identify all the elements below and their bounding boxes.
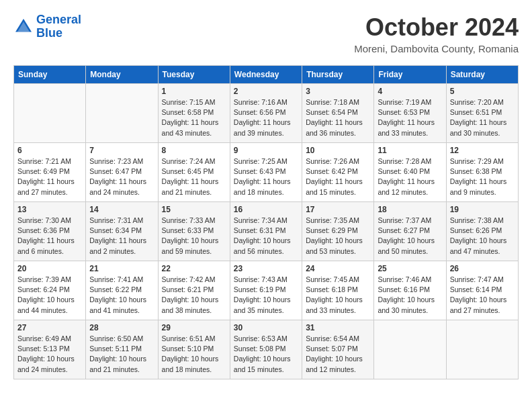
calendar-cell: 28Sunrise: 6:50 AM Sunset: 5:11 PM Dayli… xyxy=(86,320,158,379)
calendar-cell: 11Sunrise: 7:28 AM Sunset: 6:40 PM Dayli… xyxy=(374,143,446,202)
calendar-cell: 6Sunrise: 7:21 AM Sunset: 6:49 PM Daylig… xyxy=(14,143,86,202)
calendar-cell: 9Sunrise: 7:25 AM Sunset: 6:43 PM Daylig… xyxy=(230,143,302,202)
day-info: Sunrise: 7:46 AM Sunset: 6:16 PM Dayligh… xyxy=(378,275,442,316)
calendar-cell: 19Sunrise: 7:38 AM Sunset: 6:26 PM Dayli… xyxy=(446,202,518,261)
calendar-table: SundayMondayTuesdayWednesdayThursdayFrid… xyxy=(13,65,519,379)
calendar-cell: 7Sunrise: 7:23 AM Sunset: 6:47 PM Daylig… xyxy=(86,143,158,202)
day-info: Sunrise: 7:23 AM Sunset: 6:47 PM Dayligh… xyxy=(89,156,154,197)
logo-text: General Blue xyxy=(36,13,81,40)
day-number: 21 xyxy=(89,264,154,273)
day-number: 28 xyxy=(89,323,154,332)
day-info: Sunrise: 6:49 AM Sunset: 5:13 PM Dayligh… xyxy=(17,334,82,375)
column-header-tuesday: Tuesday xyxy=(158,66,230,84)
calendar-cell: 26Sunrise: 7:47 AM Sunset: 6:14 PM Dayli… xyxy=(446,261,518,320)
day-number: 7 xyxy=(89,146,154,155)
column-header-sunday: Sunday xyxy=(14,66,86,84)
logo-icon xyxy=(13,17,34,37)
calendar-cell: 27Sunrise: 6:49 AM Sunset: 5:13 PM Dayli… xyxy=(14,320,86,379)
day-number: 12 xyxy=(450,146,515,155)
calendar-cell: 24Sunrise: 7:45 AM Sunset: 6:18 PM Dayli… xyxy=(302,261,374,320)
calendar-cell: 23Sunrise: 7:43 AM Sunset: 6:19 PM Dayli… xyxy=(230,261,302,320)
calendar-cell: 5Sunrise: 7:20 AM Sunset: 6:51 PM Daylig… xyxy=(446,84,518,143)
day-number: 26 xyxy=(450,264,515,273)
calendar-cell: 12Sunrise: 7:29 AM Sunset: 6:38 PM Dayli… xyxy=(446,143,518,202)
calendar-cell: 15Sunrise: 7:33 AM Sunset: 6:33 PM Dayli… xyxy=(158,202,230,261)
day-number: 8 xyxy=(162,146,226,155)
calendar-cell: 3Sunrise: 7:18 AM Sunset: 6:54 PM Daylig… xyxy=(302,84,374,143)
day-number: 5 xyxy=(450,87,515,96)
column-header-friday: Friday xyxy=(374,66,446,84)
day-number: 30 xyxy=(234,323,298,332)
day-info: Sunrise: 7:25 AM Sunset: 6:43 PM Dayligh… xyxy=(234,156,298,197)
day-info: Sunrise: 7:38 AM Sunset: 6:26 PM Dayligh… xyxy=(450,216,515,257)
calendar-cell xyxy=(446,320,518,379)
day-number: 22 xyxy=(162,264,226,273)
week-row: 1Sunrise: 7:15 AM Sunset: 6:58 PM Daylig… xyxy=(14,84,519,143)
day-number: 2 xyxy=(234,87,298,96)
day-info: Sunrise: 7:24 AM Sunset: 6:45 PM Dayligh… xyxy=(162,156,226,197)
column-header-monday: Monday xyxy=(86,66,158,84)
day-number: 1 xyxy=(162,87,226,96)
day-number: 23 xyxy=(234,264,298,273)
day-number: 20 xyxy=(17,264,82,273)
day-info: Sunrise: 7:28 AM Sunset: 6:40 PM Dayligh… xyxy=(378,156,442,197)
day-number: 31 xyxy=(306,323,370,332)
week-row: 27Sunrise: 6:49 AM Sunset: 5:13 PM Dayli… xyxy=(14,320,519,379)
day-number: 10 xyxy=(306,146,370,155)
calendar-cell xyxy=(14,84,86,143)
calendar-cell: 18Sunrise: 7:37 AM Sunset: 6:27 PM Dayli… xyxy=(374,202,446,261)
day-info: Sunrise: 7:29 AM Sunset: 6:38 PM Dayligh… xyxy=(450,156,515,197)
calendar-cell: 2Sunrise: 7:16 AM Sunset: 6:56 PM Daylig… xyxy=(230,84,302,143)
title-block: October 2024 Moreni, Dambovita County, R… xyxy=(354,13,519,54)
week-row: 13Sunrise: 7:30 AM Sunset: 6:36 PM Dayli… xyxy=(14,202,519,261)
day-number: 3 xyxy=(306,87,370,96)
day-info: Sunrise: 6:54 AM Sunset: 5:07 PM Dayligh… xyxy=(306,334,370,375)
day-number: 16 xyxy=(234,205,298,214)
calendar-cell: 30Sunrise: 6:53 AM Sunset: 5:08 PM Dayli… xyxy=(230,320,302,379)
day-info: Sunrise: 7:26 AM Sunset: 6:42 PM Dayligh… xyxy=(306,156,370,197)
day-info: Sunrise: 6:53 AM Sunset: 5:08 PM Dayligh… xyxy=(234,334,298,375)
month-title: October 2024 xyxy=(354,13,519,42)
calendar-cell: 17Sunrise: 7:35 AM Sunset: 6:29 PM Dayli… xyxy=(302,202,374,261)
calendar-cell: 13Sunrise: 7:30 AM Sunset: 6:36 PM Dayli… xyxy=(14,202,86,261)
day-info: Sunrise: 7:47 AM Sunset: 6:14 PM Dayligh… xyxy=(450,275,515,316)
day-number: 29 xyxy=(162,323,226,332)
day-number: 4 xyxy=(378,87,442,96)
calendar-header-row: SundayMondayTuesdayWednesdayThursdayFrid… xyxy=(14,66,519,84)
day-info: Sunrise: 6:51 AM Sunset: 5:10 PM Dayligh… xyxy=(162,334,226,375)
day-info: Sunrise: 7:19 AM Sunset: 6:53 PM Dayligh… xyxy=(378,97,442,138)
day-info: Sunrise: 7:35 AM Sunset: 6:29 PM Dayligh… xyxy=(306,216,370,257)
day-info: Sunrise: 7:34 AM Sunset: 6:31 PM Dayligh… xyxy=(234,216,298,257)
day-info: Sunrise: 7:16 AM Sunset: 6:56 PM Dayligh… xyxy=(234,97,298,138)
day-info: Sunrise: 7:45 AM Sunset: 6:18 PM Dayligh… xyxy=(306,275,370,316)
day-number: 27 xyxy=(17,323,82,332)
calendar-cell: 10Sunrise: 7:26 AM Sunset: 6:42 PM Dayli… xyxy=(302,143,374,202)
day-info: Sunrise: 7:43 AM Sunset: 6:19 PM Dayligh… xyxy=(234,275,298,316)
logo: General Blue xyxy=(13,13,81,40)
location-title: Moreni, Dambovita County, Romania xyxy=(354,43,519,54)
day-number: 24 xyxy=(306,264,370,273)
calendar-cell xyxy=(86,84,158,143)
calendar-cell: 31Sunrise: 6:54 AM Sunset: 5:07 PM Dayli… xyxy=(302,320,374,379)
calendar-cell xyxy=(374,320,446,379)
calendar-cell: 16Sunrise: 7:34 AM Sunset: 6:31 PM Dayli… xyxy=(230,202,302,261)
day-info: Sunrise: 7:21 AM Sunset: 6:49 PM Dayligh… xyxy=(17,156,82,197)
day-number: 6 xyxy=(17,146,82,155)
day-info: Sunrise: 7:37 AM Sunset: 6:27 PM Dayligh… xyxy=(378,216,442,257)
day-info: Sunrise: 7:20 AM Sunset: 6:51 PM Dayligh… xyxy=(450,97,515,138)
day-info: Sunrise: 7:33 AM Sunset: 6:33 PM Dayligh… xyxy=(162,216,226,257)
calendar-cell: 22Sunrise: 7:42 AM Sunset: 6:21 PM Dayli… xyxy=(158,261,230,320)
day-info: Sunrise: 7:41 AM Sunset: 6:22 PM Dayligh… xyxy=(89,275,154,316)
day-info: Sunrise: 7:15 AM Sunset: 6:58 PM Dayligh… xyxy=(162,97,226,138)
day-number: 25 xyxy=(378,264,442,273)
column-header-thursday: Thursday xyxy=(302,66,374,84)
day-info: Sunrise: 7:31 AM Sunset: 6:34 PM Dayligh… xyxy=(89,216,154,257)
day-number: 11 xyxy=(378,146,442,155)
day-number: 15 xyxy=(162,205,226,214)
day-info: Sunrise: 7:39 AM Sunset: 6:24 PM Dayligh… xyxy=(17,275,82,316)
day-number: 18 xyxy=(378,205,442,214)
day-number: 17 xyxy=(306,205,370,214)
day-number: 13 xyxy=(17,205,82,214)
day-number: 19 xyxy=(450,205,515,214)
week-row: 6Sunrise: 7:21 AM Sunset: 6:49 PM Daylig… xyxy=(14,143,519,202)
